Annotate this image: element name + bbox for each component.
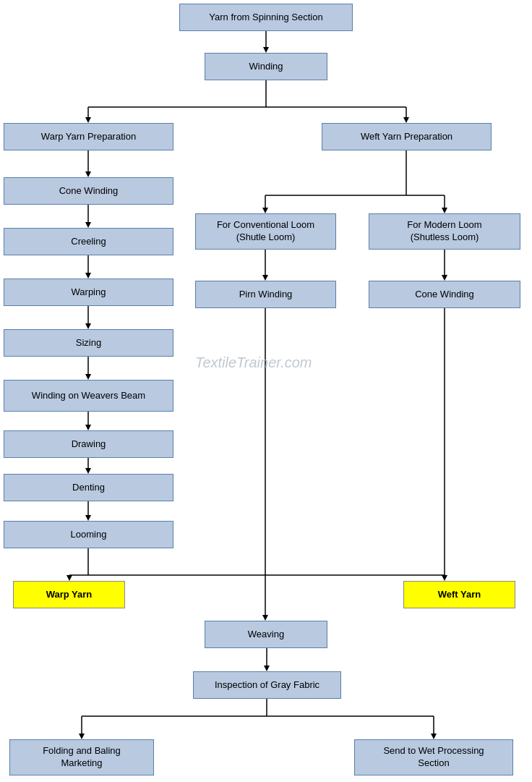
- winding-box: Winding: [205, 53, 327, 80]
- watermark: TextileTrainer.com: [195, 354, 312, 371]
- weft-yarn-label-box: Weft Yarn: [403, 581, 515, 608]
- inspection-box: Inspection of Gray Fabric: [193, 671, 341, 699]
- svg-marker-19: [85, 425, 91, 430]
- drawing-box: Drawing: [4, 430, 173, 458]
- svg-marker-11: [85, 222, 91, 228]
- warp-yarn-prep-box: Warp Yarn Preparation: [4, 123, 173, 150]
- svg-marker-5: [85, 117, 91, 123]
- svg-marker-31: [262, 208, 268, 213]
- flowchart: Yarn from Spinning Section Winding Warp …: [0, 0, 532, 782]
- svg-marker-21: [85, 468, 91, 474]
- svg-marker-23: [85, 515, 91, 521]
- svg-marker-7: [403, 117, 409, 123]
- warp-yarn-label-box: Warp Yarn: [13, 581, 125, 608]
- for-conventional-box: For Conventional Loom (Shutle Loom): [195, 213, 336, 250]
- svg-marker-15: [85, 323, 91, 329]
- svg-marker-49: [79, 734, 85, 739]
- winding-weavers-box: Winding on Weavers Beam: [4, 380, 173, 412]
- svg-marker-51: [431, 734, 437, 739]
- svg-marker-41: [442, 575, 447, 581]
- weaving-box: Weaving: [205, 621, 327, 648]
- creeling-box: Creeling: [4, 228, 173, 255]
- pirn-winding-box: Pirn Winding: [195, 281, 336, 308]
- cone-winding-right-box: Cone Winding: [369, 281, 520, 308]
- warping-box: Warping: [4, 279, 173, 306]
- for-modern-box: For Modern Loom (Shutless Loom): [369, 213, 520, 250]
- send-wet-box: Send to Wet Processing Section: [354, 739, 513, 775]
- weft-yarn-prep-box: Weft Yarn Preparation: [322, 123, 492, 150]
- svg-marker-17: [85, 374, 91, 380]
- svg-marker-45: [264, 666, 270, 671]
- denting-box: Denting: [4, 474, 173, 501]
- sizing-box: Sizing: [4, 329, 173, 357]
- svg-marker-27: [66, 575, 72, 581]
- svg-marker-13: [85, 273, 91, 279]
- svg-marker-33: [442, 208, 447, 213]
- yarn-spinning-box: Yarn from Spinning Section: [179, 4, 353, 31]
- svg-marker-43: [262, 615, 268, 621]
- svg-marker-9: [85, 171, 91, 177]
- folding-box: Folding and Baling Marketing: [9, 739, 154, 775]
- svg-marker-35: [262, 275, 268, 281]
- cone-winding-left-box: Cone Winding: [4, 177, 173, 205]
- looming-box: Looming: [4, 521, 173, 548]
- svg-marker-37: [442, 275, 447, 281]
- svg-marker-1: [263, 47, 269, 53]
